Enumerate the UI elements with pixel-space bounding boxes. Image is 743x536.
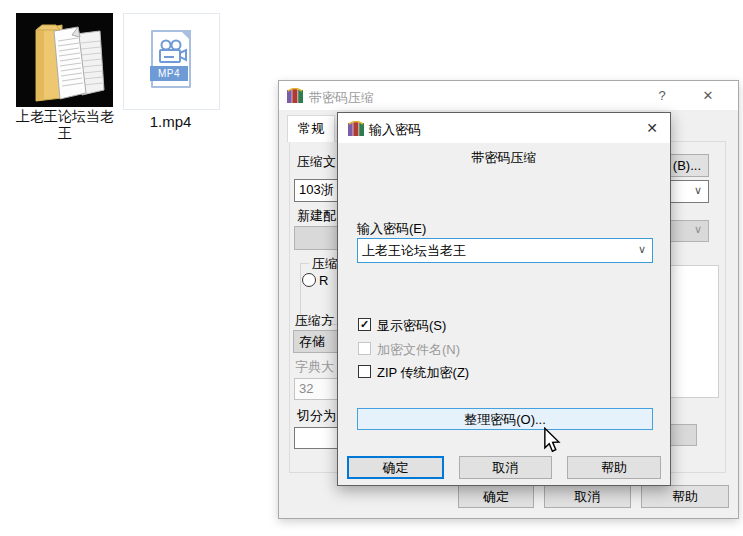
close-icon[interactable]: ✕ — [643, 119, 661, 137]
desktop: 上老王论坛当老王 MP4 1.mp4 — [0, 0, 743, 536]
show-password-label: 显示密码(S) — [377, 317, 446, 335]
zip-legacy-label: ZIP 传统加密(Z) — [377, 364, 469, 382]
winrar-icon — [287, 88, 303, 103]
method-label: 压缩方 — [295, 312, 334, 330]
winrar-icon — [348, 121, 364, 136]
mp4-badge: MP4 — [150, 66, 188, 81]
close-icon[interactable]: ✕ — [699, 87, 717, 105]
password-value: 上老王论坛当老王 — [362, 243, 466, 258]
chevron-down-icon: ∨ — [694, 223, 702, 236]
ok-button[interactable]: 确定 — [458, 485, 534, 508]
folder-label: 上老王论坛当老王 — [14, 108, 116, 142]
help-button[interactable]: 帮助 — [641, 485, 729, 508]
tab-general[interactable]: 常规 — [287, 115, 335, 142]
mouse-cursor — [543, 427, 561, 456]
encrypt-filenames-checkbox — [358, 342, 371, 355]
check-icon: ✓ — [360, 318, 369, 330]
archive-name-label: 压缩文 — [297, 153, 336, 171]
cancel-button[interactable]: 取消 — [544, 485, 631, 508]
organize-passwords-button[interactable]: 整理密码(O)... — [357, 408, 653, 430]
show-password-checkbox[interactable]: ✓ — [358, 318, 371, 331]
password-dialog-titlebar: 输入密码 ✕ — [338, 113, 670, 143]
encrypt-filenames-label: 加密文件名(N) — [377, 341, 460, 359]
password-dialog-heading: 带密码压缩 — [338, 149, 670, 167]
password-label: 输入密码(E) — [357, 220, 426, 238]
format-radio-label: R — [319, 273, 328, 288]
password-combobox[interactable]: 上老王论坛当老王 ∨ — [357, 238, 653, 263]
profile-label: 新建配 — [297, 207, 336, 225]
compress-dialog-title: 带密码压缩 — [309, 89, 374, 107]
video-icon: MP4 — [151, 30, 191, 88]
zip-legacy-checkbox[interactable] — [358, 365, 371, 378]
compress-dialog-titlebar: 带密码压缩 ? ✕ — [279, 81, 738, 110]
chevron-down-icon: ∨ — [638, 238, 646, 260]
help-button[interactable]: 帮助 — [567, 456, 661, 479]
video-label: 1.mp4 — [122, 113, 219, 130]
ok-button[interactable]: 确定 — [347, 456, 444, 479]
split-label: 切分为 — [297, 407, 336, 425]
folder-icon — [16, 13, 113, 107]
dictionary-label: 字典大 — [295, 358, 334, 376]
cancel-button[interactable]: 取消 — [459, 456, 552, 479]
help-button[interactable]: ? — [653, 87, 671, 105]
password-dialog-title: 输入密码 — [369, 121, 421, 139]
chevron-down-icon: ∨ — [694, 180, 702, 200]
password-dialog: 输入密码 ✕ 带密码压缩 输入密码(E) 上老王论坛当老王 ∨ ✓ 显示密码(S… — [337, 112, 671, 486]
format-radio[interactable] — [302, 273, 316, 287]
